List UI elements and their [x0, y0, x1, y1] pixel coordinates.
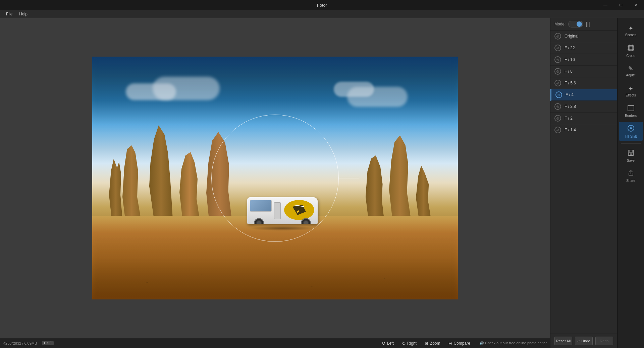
tool-adjust[interactable]: ✎ Adjust	[619, 62, 643, 80]
circle-handle[interactable]	[339, 178, 359, 179]
right-panel: Mode: ||| ◎ Original ◎ F / 22 ◎ F / 16 ◎	[550, 18, 617, 348]
rock-formation	[179, 152, 200, 219]
divider	[621, 143, 641, 144]
tool-save[interactable]: Save	[619, 146, 643, 165]
menu-help[interactable]: Help	[16, 11, 31, 17]
compare-icon: ⊟	[448, 341, 452, 346]
titlebar: Fotor — □ ✕	[0, 0, 644, 10]
minimize-button[interactable]: —	[598, 0, 613, 10]
adjust-icon: ✎	[628, 65, 633, 72]
rv-vehicle: ⚡	[247, 197, 318, 231]
exif-button[interactable]: EXIF	[42, 341, 53, 345]
svg-point-9	[630, 127, 632, 129]
preset-label-f22: F / 22	[565, 46, 575, 50]
speaker-icon: 🔊	[479, 341, 484, 345]
svg-text:⚡: ⚡	[296, 209, 300, 214]
preset-label-f16: F / 16	[565, 57, 575, 62]
image-info: 4256*2832 / 6.09MB	[3, 341, 37, 345]
zoom-icon: ⊕	[425, 341, 429, 346]
left-button[interactable]: ↺ Left	[378, 338, 398, 348]
preset-f28[interactable]: ◎ F / 2.8	[550, 101, 617, 113]
zoom-button[interactable]: ⊕ Zoom	[421, 338, 444, 348]
preset-f4[interactable]: ◎ F / 4	[550, 89, 617, 101]
save-label: Save	[627, 159, 635, 162]
rv-wheel-right	[301, 218, 311, 224]
preset-f56[interactable]: ◎ F / 5.6	[550, 77, 617, 89]
window-controls: — □ ✕	[598, 0, 644, 10]
rotate-right-icon: ↻	[402, 341, 406, 346]
compare-button[interactable]: ⊟ Compare	[444, 338, 474, 348]
borders-label: Borders	[625, 114, 637, 118]
svg-rect-7	[628, 106, 634, 111]
tool-share[interactable]: Share	[619, 166, 643, 185]
tool-effects[interactable]: ✦ Effects	[619, 82, 643, 100]
tiltshift-label: Tilt-Shift	[625, 135, 637, 138]
preset-icon-f8: ◎	[554, 68, 561, 75]
adjust-label: Adjust	[626, 73, 636, 77]
undo-button[interactable]: ↩ Undo	[575, 337, 593, 345]
left-label: Left	[387, 341, 394, 346]
preset-f14[interactable]: ◎ F / 1.4	[550, 124, 617, 136]
compare-label: Compare	[454, 341, 470, 346]
effects-label: Effects	[626, 93, 636, 97]
toggle-dot	[577, 21, 582, 27]
preset-icon-f2: ◎	[554, 115, 561, 122]
rock-formation	[389, 135, 411, 219]
svg-rect-12	[629, 153, 633, 155]
preset-f16[interactable]: ◎ F / 16	[550, 54, 617, 66]
preset-icon-f56: ◎	[554, 80, 561, 86]
right-button[interactable]: ↻ Right	[398, 338, 421, 348]
menubar: File Help	[0, 10, 644, 18]
svg-rect-11	[629, 150, 633, 152]
preset-original[interactable]: ◎ Original	[550, 30, 617, 42]
preset-f2[interactable]: ◎ F / 2	[550, 113, 617, 124]
main-content: ⚡	[0, 18, 644, 348]
mode-toggle[interactable]	[568, 21, 583, 27]
mode-row: Mode: |||	[550, 18, 617, 30]
preset-label-f56: F / 5.6	[565, 81, 576, 85]
tool-tiltshift[interactable]: Tilt-Shift	[619, 122, 643, 141]
close-button[interactable]: ✕	[629, 0, 644, 10]
bottom-toolbar: 4256*2832 / 6.09MB EXIF ↺ Left ↻ Right ⊕…	[0, 338, 550, 348]
save-icon	[628, 149, 634, 158]
image-container[interactable]: ⚡	[0, 18, 550, 338]
rv-door	[274, 202, 281, 219]
effects-icon: ✦	[628, 85, 633, 92]
preset-label-original: Original	[565, 34, 578, 39]
tool-crops[interactable]: Crops	[619, 42, 643, 60]
rock-formation	[206, 132, 233, 219]
tool-scenes[interactable]: ✦ Scenes	[619, 21, 643, 40]
cloud	[334, 82, 374, 97]
preset-icon-f4: ◎	[555, 91, 562, 98]
menu-file[interactable]: File	[3, 11, 16, 17]
preset-icon-f16: ◎	[554, 56, 561, 63]
preset-f8[interactable]: ◎ F / 8	[550, 66, 617, 77]
rv-shadow	[249, 226, 316, 231]
preset-label-f14: F / 1.4	[565, 128, 576, 132]
share-label: Share	[626, 179, 635, 183]
preset-f22[interactable]: ◎ F / 22	[550, 42, 617, 54]
tool-borders[interactable]: Borders	[619, 102, 643, 121]
preset-label-f4: F / 4	[566, 92, 574, 97]
preset-label-f28: F / 2.8	[565, 104, 576, 109]
canvas-area: ⚡	[0, 18, 550, 348]
preset-icon-f28: ◎	[554, 103, 561, 110]
panel-actions: Reset All ↩ Undo Redo	[550, 334, 617, 348]
photo: ⚡	[92, 57, 458, 299]
preset-icon-original: ◎	[554, 33, 561, 40]
reset-all-button[interactable]: Reset All	[554, 337, 572, 345]
rock-formation	[149, 125, 173, 219]
zoom-label: Zoom	[430, 341, 440, 346]
right-label: Right	[407, 341, 417, 346]
preset-icon-f22: ◎	[554, 45, 561, 51]
borders-icon	[628, 105, 634, 113]
maximize-button[interactable]: □	[613, 0, 629, 10]
share-icon	[628, 169, 634, 178]
crops-icon	[628, 45, 634, 53]
scenes-label: Scenes	[625, 33, 636, 37]
scenes-icon: ✦	[628, 25, 633, 32]
redo-button[interactable]: Redo	[595, 337, 613, 345]
bars-icon: |||	[586, 21, 590, 27]
tiltshift-icon	[627, 125, 635, 134]
app-title: Fotor	[317, 3, 327, 8]
